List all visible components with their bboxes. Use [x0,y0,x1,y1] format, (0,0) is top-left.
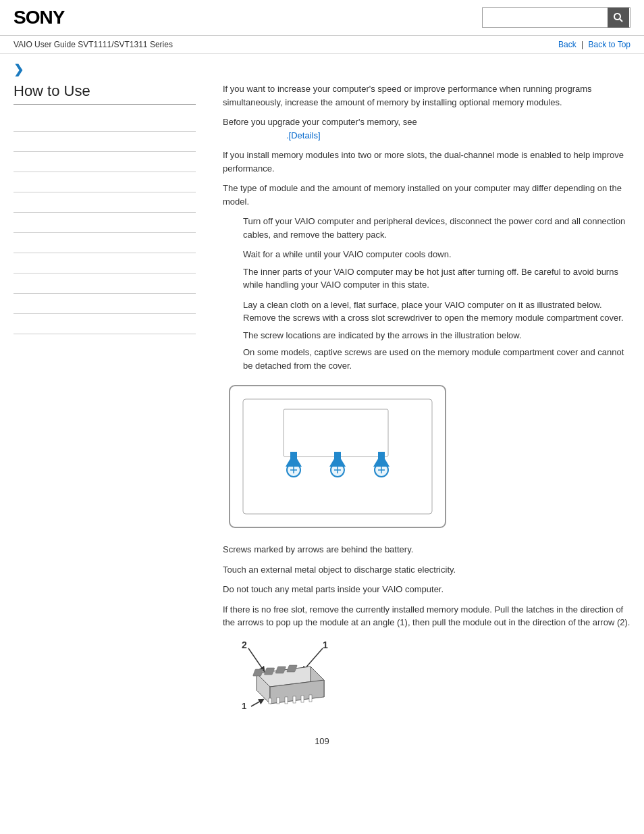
svg-rect-32 [269,698,271,704]
sidebar-nav-item[interactable] [14,294,196,314]
search-icon [613,12,624,23]
search-button[interactable] [608,7,629,28]
svg-text:1: 1 [323,640,328,650]
svg-rect-19 [378,452,385,467]
sidebar-nav-item[interactable] [14,273,196,294]
svg-text:1: 1 [242,701,246,711]
sidebar-nav-item[interactable] [14,314,196,334]
nav-bar: VAIO User Guide SVT1111/SVT1311 Series B… [0,36,644,54]
svg-rect-37 [309,695,312,702]
svg-text:2: 2 [242,640,247,650]
sidebar-title: How to Use [14,82,196,105]
nav-separator: | [581,40,583,49]
step-screw-locations: The screw locations are indicated by the… [243,329,630,342]
para-speed: If you want to increase your computer's … [223,82,630,109]
svg-rect-17 [334,452,341,467]
memory-module-svg: 2 1 [223,636,344,717]
step-captive-screws: On some models, captive screws are used … [243,346,630,372]
svg-rect-34 [285,697,288,704]
sidebar-nav-item[interactable] [14,172,196,192]
svg-rect-4 [284,409,388,457]
para-no-metal: Do not touch any metal parts inside your… [223,583,630,596]
para-before-upgrade-text: Before you upgrade your computer's memor… [223,117,417,127]
sony-logo: SONY [14,7,64,28]
sidebar: How to Use [14,82,209,726]
instruction-block: Turn off your VAIO computer and peripher… [243,215,630,241]
details-link[interactable]: .[Details] [286,130,321,140]
svg-rect-15 [290,452,297,467]
back-link[interactable]: Back [558,40,576,49]
sidebar-nav-item[interactable] [14,213,196,233]
memory-module-diagram: 2 1 [223,636,630,719]
step-wait: Wait for a while until your VAIO compute… [243,248,630,261]
guide-title: VAIO User Guide SVT1111/SVT1311 Series [14,40,173,49]
para-before-upgrade: Before you upgrade your computer's memor… [223,115,630,142]
caption-screws: Screws marked by arrows are behind the b… [223,543,630,556]
laptop-back-svg [223,379,452,534]
step-turn-off: Turn off your VAIO computer and peripher… [243,215,630,241]
screw-diagram [223,379,630,536]
page-number: 109 [0,726,644,753]
svg-line-23 [304,648,323,670]
step-lay-cloth: Lay a clean cloth on a level, flat surfa… [243,298,630,325]
sidebar-nav-item[interactable] [14,253,196,273]
para-remove-module: If there is no free slot, remove the cur… [223,603,630,629]
sidebar-nav-item[interactable] [14,192,196,213]
svg-rect-36 [301,696,304,702]
svg-line-22 [248,648,263,670]
nav-links: Back | Back to Top [558,40,630,49]
para-module-type: The type of module and the amount of mem… [223,182,630,208]
instruction-block-wait: Wait for a while until your VAIO compute… [243,248,630,292]
step-hot-parts: The inner parts of your VAIO computer ma… [243,265,630,292]
svg-point-0 [614,14,620,20]
svg-line-39 [251,700,262,706]
sidebar-nav-item[interactable] [14,233,196,253]
chevron-row: ❯ [0,54,644,82]
svg-line-1 [620,19,622,22]
svg-rect-35 [293,696,296,703]
content-area: If you want to increase your computer's … [209,82,630,726]
search-input[interactable] [483,8,608,27]
chevron-icon[interactable]: ❯ [14,63,24,76]
search-bar[interactable] [482,7,630,28]
sidebar-nav-item[interactable] [14,132,196,152]
para-discharge: Touch an external metal object to discha… [223,563,630,577]
back-to-top-link[interactable]: Back to Top [589,40,630,49]
svg-rect-33 [277,698,279,704]
main-content: How to Use If you want to increase your … [0,82,644,726]
header: SONY [0,0,644,36]
sidebar-nav-item[interactable] [14,152,196,172]
sidebar-nav-item[interactable] [14,111,196,132]
para-dual-channel: If you install memory modules into two o… [223,149,630,175]
instruction-block-screws: Lay a clean cloth on a level, flat surfa… [243,298,630,373]
